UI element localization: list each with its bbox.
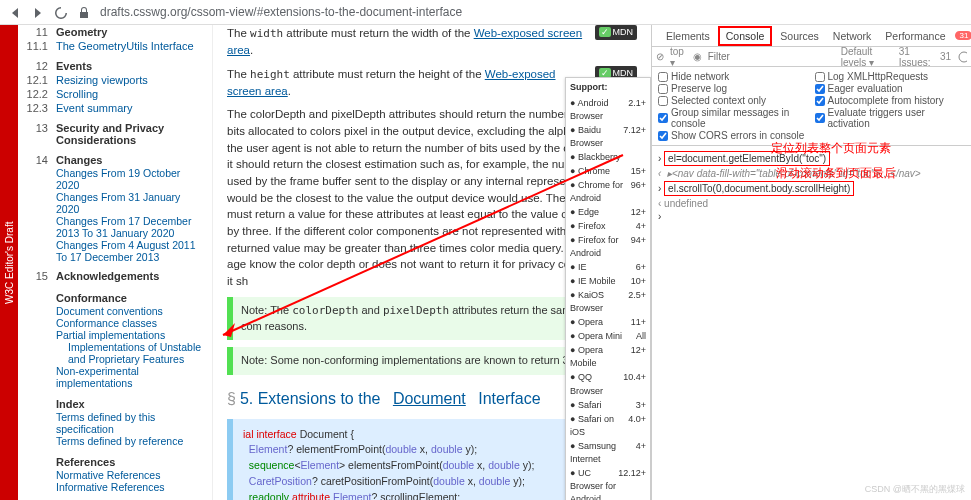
toc-geometry[interactable]: Geometry [56,26,204,38]
tab-network[interactable]: Network [827,28,878,44]
gear-icon[interactable] [957,50,967,63]
spec-content: MDN The width attribute must return the … [213,25,651,500]
mdn-badge[interactable]: MDN [595,25,638,40]
tab-perf[interactable]: Performance [879,28,951,44]
back-icon[interactable] [8,6,21,19]
console-input-2: el.scrollTo(0,document.body.scrollHeight… [664,181,854,196]
annotation-2: 滑动滚动条到页面最后 [776,165,896,182]
console-output[interactable]: › el=document.getElementById("toc") ‹ ▸<… [652,146,971,227]
error-count[interactable]: 31 [955,31,971,40]
toc-sidebar: 11Geometry 11.1The GeometryUtils Interfa… [18,25,213,500]
tab-elements[interactable]: Elements [660,28,716,44]
toc-ack[interactable]: Acknowledgements [56,270,204,282]
tab-sources[interactable]: Sources [774,28,825,44]
toc-change-2[interactable]: Changes From 17 December 2013 To 31 Janu… [26,215,204,239]
toc-change-0[interactable]: Changes From 19 October 2020 [26,167,204,191]
console-settings: Hide networkLog XMLHttpRequestsPreserve … [652,67,971,146]
annotation-1: 定位列表整个页面元素 [771,140,891,157]
context-selector[interactable]: top ▾ [670,46,687,68]
toc-changes[interactable]: Changes [56,154,204,166]
tab-console[interactable]: Console [718,26,773,46]
toc-scrolling[interactable]: Scrolling [56,88,204,100]
reload-icon[interactable] [54,6,67,19]
w3c-draft-tab: W3C Editor's Draft [0,25,18,500]
toc-geomutils[interactable]: The GeometryUtils Interface [56,40,204,52]
devtools-tabs: Elements Console Sources Network Perform… [652,25,971,47]
browser-toolbar: drafts.csswg.org/cssom-view/#extensions-… [0,0,971,25]
devtools-panel: Elements Console Sources Network Perform… [651,25,971,500]
toc-eventsummary[interactable]: Event summary [56,102,204,114]
toc-change-1[interactable]: Changes From 31 January 2020 [26,191,204,215]
console-filter-bar: ⊘ top ▾ ◉ Default levels ▾ 31 Issues: 31 [652,47,971,67]
toc-events[interactable]: Events [56,60,204,72]
toc-resizing[interactable]: Resizing viewports [56,74,204,86]
toc-change-3[interactable]: Changes From 4 August 2011 To 17 Decembe… [26,239,204,263]
issues-link[interactable]: 31 Issues: [899,46,934,68]
browser-support-panel: Support: ● Android Browser2.1+● Baidu Br… [565,77,651,500]
watermark: CSDN @晒不黑的黑煤球 [865,483,965,496]
lock-icon [77,6,90,19]
clear-icon[interactable]: ⊘ [656,51,664,62]
levels-selector[interactable]: Default levels ▾ [841,46,893,68]
filter-input[interactable] [708,51,835,62]
svg-point-5 [959,52,967,62]
url-bar[interactable]: drafts.csswg.org/cssom-view/#extensions-… [100,5,462,19]
forward-icon[interactable] [31,6,44,19]
toc-security[interactable]: Security and Privacy Considerations [56,122,204,146]
